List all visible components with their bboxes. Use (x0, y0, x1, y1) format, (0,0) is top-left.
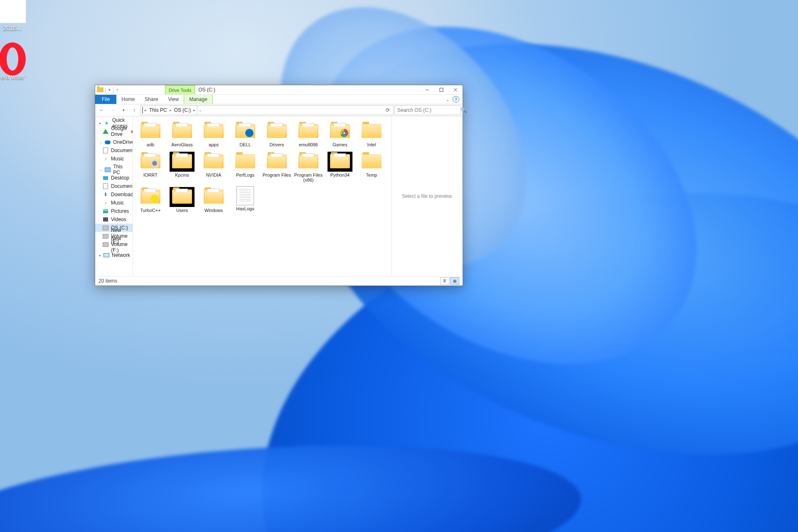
file-list[interactable]: adbAeroGlassappsDELLDriversemu8086GamesI… (133, 116, 392, 276)
preview-message: Select a file to preview. (402, 193, 453, 199)
file-item[interactable]: DELL (230, 121, 260, 148)
desktop-icon-opera[interactable]: era wser (0, 46, 33, 81)
contextual-tab-drive-tools[interactable]: Drive Tools (165, 85, 195, 94)
file-item-label: Program Files (x86) (293, 172, 323, 183)
file-item[interactable]: Users (167, 186, 197, 213)
network-icon (103, 252, 109, 258)
tab-manage[interactable]: Manage (184, 95, 212, 104)
back-button[interactable]: ← (97, 105, 107, 115)
maximize-button[interactable] (434, 85, 448, 94)
file-item[interactable]: apps (199, 121, 229, 148)
breadcrumb-os-c[interactable]: OS (C:) (173, 107, 192, 113)
folder-icon (139, 153, 162, 171)
file-item-label: TurboC++ (135, 208, 165, 213)
file-item[interactable]: IORRT (135, 151, 165, 183)
file-item[interactable]: NVIDIA (199, 151, 229, 183)
file-item-label: Kpcms (167, 172, 197, 178)
desktop-icon-label: era wser (0, 74, 33, 81)
folder-icon (328, 122, 352, 140)
recent-locations-dropdown[interactable]: ▾ (118, 105, 128, 115)
sidebar-label: Music (111, 200, 124, 206)
navigation-pane[interactable]: ▸★Quick access Google Drive📌 ⌄OneDrive D… (95, 116, 133, 276)
help-icon[interactable]: ? (453, 96, 459, 103)
address-dropdown[interactable]: ⌄ (197, 106, 203, 115)
tab-file[interactable]: File (95, 95, 116, 104)
folder-icon (170, 122, 194, 140)
forward-button[interactable]: → (108, 105, 118, 115)
sidebar-label: OneDrive (113, 139, 133, 145)
folder-icon (360, 122, 383, 140)
qat-dropdown[interactable]: ▾ (107, 88, 111, 92)
breadcrumb-sep[interactable]: ▸ (169, 108, 172, 112)
tab-home[interactable]: Home (116, 95, 140, 104)
minimize-button[interactable] (420, 85, 434, 94)
file-item-label: DELL (230, 142, 260, 148)
file-item[interactable]: adb (135, 121, 165, 148)
file-item[interactable]: Program Files (262, 151, 292, 183)
folder-icon (265, 122, 288, 140)
file-item[interactable]: HaxLogs (230, 186, 260, 213)
music-icon: ♪ (103, 200, 108, 206)
sidebar-new-volume-f[interactable]: New Volume (F:) (95, 240, 133, 249)
drive-icon (142, 107, 143, 113)
sidebar-label: Music (111, 156, 124, 162)
folder-icon (360, 153, 383, 171)
search-icon: 🔍 (461, 107, 467, 113)
sidebar-this-pc[interactable]: ⌄This PC (95, 165, 133, 174)
sidebar-network[interactable]: ▸Network (95, 251, 133, 259)
file-item[interactable]: Python34 (325, 151, 355, 183)
tab-share[interactable]: Share (140, 95, 163, 104)
search-box[interactable]: 🔍 (394, 105, 461, 115)
quick-access-toolbar[interactable]: ▾ ▿ (95, 85, 121, 94)
refresh-button[interactable]: ⟳ (384, 107, 392, 113)
close-button[interactable] (448, 85, 463, 94)
pin-icon: 📌 (130, 129, 133, 134)
file-item-label: emu8086 (293, 142, 323, 148)
breadcrumb-sep[interactable]: ▸ (144, 108, 148, 112)
file-item[interactable]: TurboC++ (135, 186, 165, 213)
titlebar[interactable]: ▾ ▿ Drive Tools OS (C:) (95, 85, 463, 95)
drive-icon (103, 225, 108, 231)
file-item[interactable]: Temp (357, 151, 387, 183)
file-item[interactable]: emu8086 (293, 121, 323, 148)
search-input[interactable] (397, 107, 461, 113)
file-item[interactable]: AeroGlass (167, 121, 197, 148)
file-item[interactable]: Games (325, 121, 355, 148)
sidebar-onedrive[interactable]: ⌄OneDrive (95, 138, 133, 146)
download-icon: ⬇ (103, 192, 108, 197)
sidebar-onedrive-music[interactable]: ♪Music (95, 155, 133, 163)
sidebar-label: New Volume (F:) (111, 236, 129, 253)
file-item[interactable]: Kpcms (167, 151, 197, 183)
address-bar[interactable]: ▸ This PC ▸ OS (C:) ▸ ⌄ ⟳ (140, 105, 394, 115)
sidebar-downloads[interactable]: ⬇Downloads (95, 190, 133, 199)
window-controls (420, 85, 463, 94)
breadcrumb-this-pc[interactable]: This PC (148, 107, 168, 113)
view-large-icons-button[interactable]: ▦ (450, 277, 459, 285)
sidebar-desktop[interactable]: Desktop (95, 174, 133, 182)
file-item-label: Drivers (262, 142, 292, 148)
sidebar-onedrive-documents[interactable]: Documents (95, 146, 133, 155)
sidebar-google-drive[interactable]: Google Drive📌 (95, 127, 133, 135)
qat-customize[interactable]: ▿ (115, 88, 119, 92)
view-details-button[interactable]: ≣ (440, 277, 449, 285)
folder-icon (328, 153, 352, 171)
breadcrumb-sep[interactable]: ▸ (192, 108, 196, 112)
music-icon: ♪ (103, 156, 108, 162)
folder-icon (97, 87, 103, 92)
up-button[interactable]: ↑ (129, 105, 139, 115)
sidebar-music[interactable]: ♪Music (95, 199, 133, 207)
ribbon-expand-icon[interactable]: ⌄ (446, 97, 449, 102)
file-item[interactable]: Program Files (x86) (293, 151, 323, 183)
desktop[interactable]: 2016... era wser ▾ ▿ Drive Tools OS (C:) (0, 0, 798, 532)
file-explorer-window[interactable]: ▾ ▿ Drive Tools OS (C:) File Home Share … (95, 85, 463, 286)
folder-icon (170, 153, 194, 171)
tab-view[interactable]: View (163, 95, 184, 104)
file-item[interactable]: PerfLogs (230, 151, 260, 183)
file-item[interactable]: Windows (199, 186, 229, 213)
desktop-icon-file[interactable]: 2016... (0, 0, 33, 32)
sidebar-documents[interactable]: Documents (95, 182, 133, 190)
sidebar-videos[interactable]: Videos (95, 215, 133, 224)
sidebar-pictures[interactable]: Pictures (95, 207, 133, 215)
file-item[interactable]: Drivers (262, 121, 292, 148)
file-item[interactable]: Intel (357, 121, 387, 148)
